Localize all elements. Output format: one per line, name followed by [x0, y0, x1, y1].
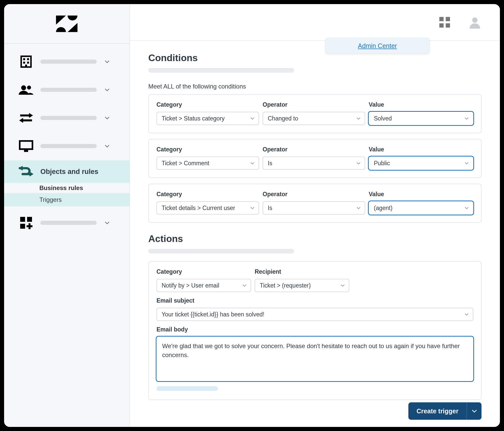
create-trigger-dropdown[interactable] [467, 402, 481, 420]
label-value: Value [369, 146, 473, 153]
chevron-down-icon [103, 114, 111, 122]
nav-label: Objects and rules [40, 168, 98, 176]
svg-point-27 [472, 17, 478, 23]
sidebar: Objects and rules Business rules Trigger… [4, 4, 130, 427]
select-value: Ticket > (requester) [260, 282, 311, 289]
topbar [130, 4, 500, 41]
chevron-down-icon [103, 86, 111, 94]
select-value: Is [268, 205, 272, 212]
chevron-down-icon [250, 205, 255, 211]
svg-rect-20 [20, 224, 25, 229]
svg-rect-18 [20, 217, 25, 222]
select-value: Ticket details > Current user [162, 205, 235, 212]
svg-point-8 [21, 85, 26, 90]
svg-marker-1 [68, 23, 77, 32]
chevron-down-icon [356, 161, 361, 166]
monitor-icon [18, 139, 34, 153]
select-value: Ticket > Comment [162, 160, 209, 167]
building-icon [18, 55, 34, 68]
select-value: Notify by > User email [162, 282, 219, 289]
svg-rect-7 [25, 65, 27, 67]
label-value: Value [369, 191, 473, 198]
label-recipient: Recipient [255, 268, 349, 275]
condition-value-select[interactable]: Solved [369, 112, 473, 125]
label-category: Category [156, 146, 259, 153]
email-body-textarea[interactable]: We're glad that we got to solve your con… [156, 337, 473, 381]
nav-item-people[interactable] [4, 79, 129, 101]
label-operator: Operator [263, 146, 365, 153]
condition-operator-select[interactable]: Is [263, 201, 365, 215]
label-category: Category [156, 101, 259, 108]
condition-value-select[interactable]: (agent) [369, 201, 473, 215]
nav-item-channels[interactable] [4, 107, 129, 129]
conditions-description-placeholder [148, 68, 294, 73]
svg-marker-11 [29, 113, 33, 118]
label-email-subject: Email subject [156, 297, 473, 304]
select-value: Public [374, 160, 390, 167]
nav-placeholder [40, 144, 97, 148]
select-value: Ticket > Status category [162, 115, 225, 122]
nav-item-objects-and-rules[interactable]: Objects and rules [4, 160, 129, 183]
user-profile-icon[interactable] [468, 15, 482, 29]
admin-center-popup[interactable]: Admin Center [325, 38, 430, 54]
svg-rect-4 [27, 58, 29, 60]
nav-item-apps[interactable] [4, 212, 129, 234]
condition-category-select[interactable]: Ticket details > Current user [156, 201, 259, 215]
condition-value-select[interactable]: Public [369, 157, 473, 170]
svg-rect-14 [20, 141, 32, 149]
select-value: Solved [374, 115, 392, 122]
chevron-down-icon [464, 116, 469, 121]
label-operator: Operator [263, 191, 365, 198]
chevron-down-icon [250, 161, 255, 166]
select-value: Is [268, 160, 272, 167]
nav-item-account[interactable] [4, 50, 129, 73]
chevron-down-icon [250, 116, 255, 121]
svg-marker-17 [29, 172, 33, 176]
condition-category-select[interactable]: Ticket > Comment [156, 157, 259, 170]
svg-marker-13 [19, 118, 23, 123]
subnav-item-triggers[interactable]: Triggers [4, 193, 129, 206]
label-category: Category [156, 191, 259, 198]
create-trigger-button[interactable]: Create trigger [408, 402, 467, 420]
action-card: Category Notify by > User email Recipien… [148, 261, 481, 400]
chevron-down-icon [242, 283, 247, 288]
label-value: Value [369, 101, 473, 108]
apps-grid-icon[interactable] [438, 15, 452, 29]
email-subject-input[interactable]: Your ticket {{ticket.id}} has been solve… [156, 308, 473, 321]
condition-row: Category Ticket > Status category Operat… [148, 94, 481, 133]
chevron-down-icon [103, 219, 111, 227]
label-category: Category [156, 268, 251, 275]
select-value: (agent) [374, 205, 393, 212]
svg-rect-26 [446, 23, 450, 28]
people-icon [18, 83, 34, 96]
label-operator: Operator [263, 101, 365, 108]
condition-row: Category Ticket > Comment Operator Is [148, 139, 481, 178]
label-email-body: Email body [156, 326, 473, 333]
chevron-down-icon [356, 116, 361, 121]
condition-category-select[interactable]: Ticket > Status category [156, 112, 259, 125]
subnav-heading: Business rules [4, 183, 129, 193]
nav-item-workspaces[interactable] [4, 135, 129, 157]
svg-marker-0 [56, 15, 66, 25]
svg-rect-3 [23, 58, 25, 60]
admin-center-link[interactable]: Admin Center [358, 42, 397, 50]
action-recipient-select[interactable]: Ticket > (requester) [255, 279, 349, 292]
condition-row: Category Ticket details > Current user O… [148, 184, 481, 223]
nav-placeholder [40, 116, 97, 120]
svg-rect-24 [446, 17, 450, 21]
condition-operator-select[interactable]: Changed to [263, 112, 365, 125]
chevron-down-icon [464, 205, 469, 211]
condition-operator-select[interactable]: Is [263, 157, 365, 170]
workflow-icon [18, 165, 34, 178]
svg-marker-16 [19, 166, 23, 171]
arrows-swap-icon [18, 111, 34, 125]
action-category-select[interactable]: Notify by > User email [156, 279, 251, 292]
chevron-down-icon [464, 161, 469, 166]
actions-title: Actions [148, 234, 481, 244]
select-value: Changed to [268, 115, 298, 122]
chevron-down-icon [103, 142, 111, 150]
chevron-down-icon [464, 312, 469, 317]
footer-actions: Create trigger [408, 402, 481, 420]
action-footer-placeholder [156, 386, 218, 391]
input-value: Your ticket {{ticket.id}} has been solve… [162, 311, 264, 318]
